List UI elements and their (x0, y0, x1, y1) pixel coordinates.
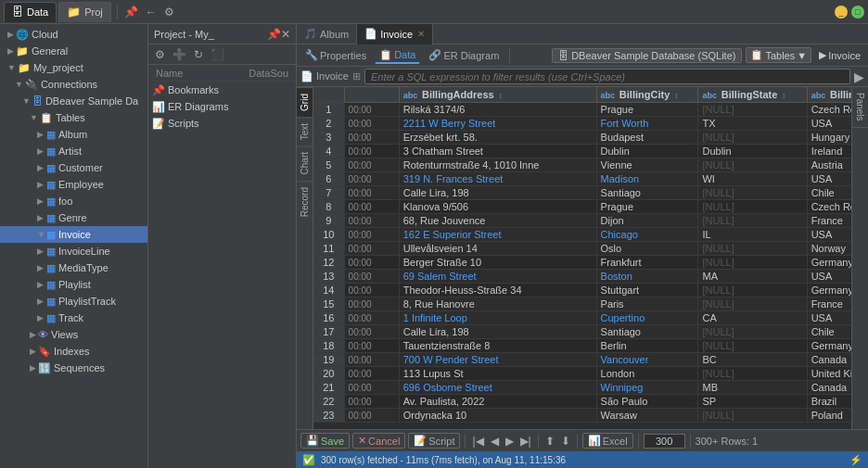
proj-collapse-btn[interactable]: ⬛ (208, 47, 227, 62)
arrow-left-btn[interactable]: ← (143, 5, 160, 19)
tree-item-myproject[interactable]: ▼ 📁 My_project (0, 59, 147, 76)
cell-address-2[interactable]: 2211 W Berry Street (399, 117, 596, 131)
cell-address-9[interactable]: 68, Rue Jouvence (399, 214, 596, 228)
proj-add-btn[interactable]: ➕ (170, 47, 189, 62)
cell-state-4[interactable]: Dublin (698, 145, 807, 158)
cell-address-10[interactable]: 162 E Superior Street (399, 228, 596, 242)
nav-first-btn[interactable]: |◀ (470, 434, 485, 449)
tree-item-track[interactable]: ▶ ▦ Track (0, 310, 147, 326)
tab-properties[interactable]: 🔧 Properties (300, 47, 371, 63)
cell-address-16[interactable]: 1 Infinite Loop (399, 311, 596, 325)
pin-btn[interactable]: 📌 (121, 5, 141, 19)
tree-item-foo[interactable]: ▶ ▦ foo (0, 193, 147, 209)
col-header-billing-city[interactable]: abc BillingCity ↕ (596, 87, 698, 103)
project-sidebar-close[interactable]: ✕ (281, 28, 290, 41)
cell-state-8[interactable]: [NULL] (698, 200, 807, 214)
save-button[interactable]: 💾 Save (300, 433, 350, 449)
cell-state-18[interactable]: [NULL] (698, 339, 807, 353)
cell-country-6[interactable]: USA (807, 172, 851, 186)
cell-country-20[interactable]: United Kingdom (807, 367, 851, 381)
cell-city-2[interactable]: Fort Worth (596, 117, 698, 131)
col-header-time[interactable] (344, 87, 399, 103)
tab-data[interactable]: 🗄 Data (4, 2, 57, 22)
cell-state-3[interactable]: [NULL] (698, 131, 807, 145)
side-tab-grid[interactable]: Grid (297, 87, 313, 117)
cell-city-7[interactable]: Santiago (596, 186, 698, 200)
cell-city-12[interactable]: Frankfurt (596, 256, 698, 270)
cell-city-4[interactable]: Dublin (596, 145, 698, 158)
tree-item-general[interactable]: ▶ 📁 General (0, 43, 147, 59)
script-button[interactable]: 📝 Script (408, 433, 460, 449)
cell-address-12[interactable]: Berger Straße 10 (399, 256, 596, 270)
cell-address-20[interactable]: 113 Lupus St (399, 367, 596, 381)
cell-city-11[interactable]: Oslo (596, 242, 698, 256)
nav-last-btn[interactable]: ▶| (518, 434, 533, 449)
cell-city-5[interactable]: Vienne (596, 158, 698, 172)
cell-state-19[interactable]: BC (698, 353, 807, 367)
tree-item-genre[interactable]: ▶ ▦ Genre (0, 209, 147, 226)
tree-item-customer[interactable]: ▶ ▦ Customer (0, 159, 147, 176)
right-tab-panels[interactable]: Panels (852, 87, 868, 128)
tab-er-diagram[interactable]: 🔗 ER Diagram (424, 47, 504, 63)
cell-address-5[interactable]: Rotenturmstraße 4, 1010 Inne (399, 158, 596, 172)
maximize-btn[interactable]: □ (851, 6, 864, 19)
cell-address-1[interactable]: Rilská 3174/6 (399, 103, 596, 117)
cell-state-9[interactable]: [NULL] (698, 214, 807, 228)
cell-state-2[interactable]: TX (698, 117, 807, 131)
tree-item-views[interactable]: ▶ 👁 Views (0, 326, 147, 343)
cell-state-12[interactable]: [NULL] (698, 256, 807, 270)
cell-state-17[interactable]: [NULL] (698, 325, 807, 339)
invoice-tab-close[interactable]: ✕ (417, 29, 425, 39)
cell-city-18[interactable]: Berlin (596, 339, 698, 353)
cell-state-14[interactable]: [NULL] (698, 284, 807, 297)
cell-city-14[interactable]: Stuttgart (596, 284, 698, 297)
cell-country-1[interactable]: Czech Republic (807, 103, 851, 117)
cell-city-16[interactable]: Cupertino (596, 311, 698, 325)
cell-state-20[interactable]: [NULL] (698, 367, 807, 381)
tree-item-employee[interactable]: ▶ ▦ Employee (0, 176, 147, 193)
cell-state-23[interactable]: [NULL] (698, 409, 807, 423)
cell-country-11[interactable]: Norway (807, 242, 851, 256)
cell-address-13[interactable]: 69 Salem Street (399, 270, 596, 284)
cell-country-2[interactable]: USA (807, 117, 851, 131)
cell-country-22[interactable]: Brazil (807, 395, 851, 409)
nav-next-btn[interactable]: ▶ (504, 434, 516, 449)
cell-state-10[interactable]: IL (698, 228, 807, 242)
proj-settings-btn[interactable]: ⚙ (152, 47, 168, 62)
project-sidebar-pin[interactable]: 📌 (267, 28, 281, 41)
side-tab-record[interactable]: Record (297, 181, 313, 222)
tree-item-sequences[interactable]: ▶ 🔢 Sequences (0, 360, 147, 376)
tables-dropdown[interactable]: 📋 Tables ▼ (746, 47, 811, 63)
cell-city-19[interactable]: Vancouver (596, 353, 698, 367)
cell-state-7[interactable]: [NULL] (698, 186, 807, 200)
data-grid-body[interactable]: abc BillingAddress ↕ abc BillingCity ↕ (313, 87, 851, 429)
cell-city-6[interactable]: Madison (596, 172, 698, 186)
col-header-billing-state[interactable]: abc BillingState ↕ (698, 87, 807, 103)
tree-item-connections[interactable]: ▼ 🔌 Connections (0, 76, 147, 93)
cell-address-3[interactable]: Erzsébet krt. 58. (399, 131, 596, 145)
cell-country-12[interactable]: Germany (807, 256, 851, 270)
cell-address-21[interactable]: 696 Osborne Street (399, 381, 596, 395)
cell-address-4[interactable]: 3 Chatham Street (399, 145, 596, 158)
cell-address-11[interactable]: Ullevålsveien 14 (399, 242, 596, 256)
tree-item-invoice[interactable]: ▼ ▦ Invoice (0, 226, 147, 243)
tree-item-artist[interactable]: ▶ ▦ Artist (0, 143, 147, 159)
col-header-billing-address[interactable]: abc BillingAddress ↕ (399, 87, 596, 103)
cell-state-16[interactable]: CA (698, 311, 807, 325)
cell-address-23[interactable]: Ordynacka 10 (399, 409, 596, 423)
cancel-button[interactable]: ✕ Cancel (352, 433, 405, 449)
cell-state-11[interactable]: [NULL] (698, 242, 807, 256)
cell-country-4[interactable]: Ireland (807, 145, 851, 158)
cell-country-14[interactable]: Germany (807, 284, 851, 297)
tree-item-invoiceline[interactable]: ▶ ▦ InvoiceLine (0, 243, 147, 259)
cell-address-7[interactable]: Calle Lira, 198 (399, 186, 596, 200)
tab-data-view[interactable]: 📋 Data (375, 47, 420, 64)
tree-item-cloud[interactable]: ▶ 🌐 Cloud (0, 26, 147, 43)
cell-state-22[interactable]: SP (698, 395, 807, 409)
cell-address-15[interactable]: 8, Rue Hanovre (399, 297, 596, 311)
sql-run-btn[interactable]: ▶ (854, 70, 864, 84)
cell-address-6[interactable]: 319 N. Frances Street (399, 172, 596, 186)
cell-city-3[interactable]: Budapest (596, 131, 698, 145)
cell-country-17[interactable]: Chile (807, 325, 851, 339)
proj-item-bookmarks[interactable]: 📌 Bookmarks (148, 82, 296, 98)
